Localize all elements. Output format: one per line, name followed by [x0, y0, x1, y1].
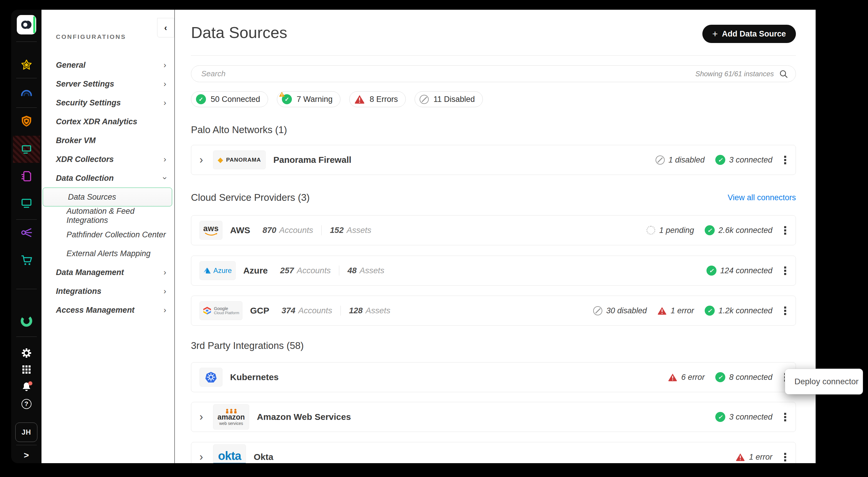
row-actions-kebab-icon[interactable]: [783, 305, 787, 316]
section-header-3rd-party-integrations: 3rd Party Integrations (58): [191, 339, 796, 352]
sidebar-item-broker-vm[interactable]: Broker VM: [41, 131, 175, 150]
connected-check-icon: [705, 306, 715, 316]
app-window: ? JH > CONFIGURATIONS ‹ General› Server …: [0, 0, 868, 477]
page-title: Data Sources: [191, 23, 287, 41]
monitor-icon[interactable]: [11, 198, 41, 208]
kubernetes-logo: [199, 368, 222, 387]
section-title: Cloud Service Providers (3): [191, 192, 310, 203]
sidebar-item-cortex-xdr-analytics[interactable]: Cortex XDR Analytics: [41, 112, 175, 131]
row-statuses: 3 connected: [715, 412, 787, 422]
data-source-row-amazon-web-services[interactable]: › amazon web services Amazon Web Service…: [191, 402, 796, 432]
broker-vm-icon[interactable]: [11, 136, 41, 163]
header-divider: [191, 55, 796, 56]
avatar[interactable]: JH: [15, 422, 37, 442]
help-icon[interactable]: ?: [11, 399, 41, 409]
kubernetes-helm-icon: [205, 371, 217, 383]
collapse-sidebar-button[interactable]: ‹: [157, 18, 174, 37]
row-statuses: 6 error 8 connected: [668, 372, 787, 383]
error-triangle-icon: [668, 373, 677, 382]
section-title: 3rd Party Integrations (58): [191, 340, 304, 351]
filter-chip-connected[interactable]: 50 Connected: [191, 91, 268, 107]
filter-label: 11 Disabled: [433, 95, 475, 104]
filter-label: 8 Errors: [370, 95, 398, 104]
sidebar-title: CONFIGURATIONS: [56, 33, 126, 40]
data-source-row-azure[interactable]: Azure Azure 257Accounts 48Assets 124 con…: [191, 256, 796, 286]
data-source-row-gcp[interactable]: Google Cloud Platform GCP 374Accounts 12…: [191, 296, 796, 326]
data-source-row-kubernetes[interactable]: Kubernetes 6 error 8 connected: [191, 362, 796, 392]
section-title: Palo Alto Networks (1): [191, 124, 287, 136]
row-actions-kebab-icon[interactable]: [783, 155, 787, 166]
chevron-right-icon: ›: [164, 155, 166, 164]
chevron-right-icon: ›: [164, 98, 166, 108]
sidebar-item-server-settings[interactable]: Server Settings›: [41, 74, 175, 93]
accounts-metric: 374Accounts: [282, 306, 332, 315]
sidebar-item-data-sources[interactable]: Data Sources: [43, 187, 172, 206]
sidebar-item-data-management[interactable]: Data Management›: [41, 263, 175, 282]
row-name: Panorama Firewall: [273, 155, 351, 165]
azure-triangle-icon: [203, 267, 211, 274]
marketplace-cart-icon[interactable]: [11, 255, 41, 266]
sidebar-item-general[interactable]: General›: [41, 56, 175, 74]
connected-check-icon: [196, 94, 206, 104]
connected-check-icon: [715, 372, 725, 382]
sidebar-item-integrations[interactable]: Integrations›: [41, 282, 175, 301]
expand-row-chevron-icon[interactable]: ›: [199, 154, 213, 166]
shield-icon[interactable]: [11, 115, 41, 127]
favorites-star-icon[interactable]: [11, 59, 41, 70]
search-input[interactable]: [191, 69, 695, 78]
assets-metric: 48Assets: [347, 266, 384, 275]
filter-chip-warning[interactable]: 7 Warning: [277, 91, 340, 107]
settings-gear-icon[interactable]: [11, 348, 41, 358]
okta-logo: okta: [213, 444, 246, 463]
data-source-row-okta[interactable]: › okta Okta 1 error: [191, 442, 796, 463]
status-connected: 8 connected: [715, 372, 772, 382]
sidebar-item-data-collection[interactable]: Data Collection›: [41, 169, 175, 187]
row-actions-kebab-icon[interactable]: [783, 225, 787, 236]
expand-row-chevron-icon[interactable]: ›: [199, 451, 213, 463]
status-connected: 3 connected: [715, 412, 772, 422]
row-actions-kebab-icon[interactable]: [783, 452, 787, 463]
sidebar-item-automation-feed-integrations[interactable]: Automation & Feed Integrations: [41, 206, 175, 225]
status-error: 6 error: [668, 373, 705, 382]
sidebar-item-security-settings[interactable]: Security Settings›: [41, 93, 175, 112]
sidebar-item-external-alerts-mapping[interactable]: External Alerts Mapping: [41, 244, 175, 263]
row-name: Azure: [243, 266, 268, 276]
filter-chip-errors[interactable]: 8 Errors: [349, 91, 406, 107]
connected-check-icon: [705, 225, 715, 235]
notifications-bell-icon[interactable]: [11, 381, 41, 392]
status-error: 1 error: [657, 306, 694, 315]
sidebar-item-pathfinder-collection-center[interactable]: Pathfinder Collection Center: [41, 225, 175, 244]
share-branch-icon[interactable]: [11, 227, 41, 238]
row-name: GCP: [250, 306, 269, 316]
view-all-connectors-link[interactable]: View all connectors: [727, 193, 796, 202]
row-actions-kebab-icon[interactable]: [783, 265, 787, 276]
data-source-row-panorama[interactable]: › ◆ PANORAMA Panorama Firewall 1 disable…: [191, 145, 796, 175]
status-error: 1 error: [736, 453, 772, 462]
deploy-connector-menu-item[interactable]: Deploy connector: [785, 369, 863, 394]
row-actions-kebab-icon[interactable]: [783, 412, 787, 422]
error-triangle-icon: [736, 453, 745, 461]
report-doc-icon[interactable]: [11, 171, 41, 182]
page-header: Data Sources Add Data Source: [191, 10, 796, 55]
status-connected: 1.2k connected: [705, 306, 772, 316]
expand-row-chevron-icon[interactable]: ›: [199, 411, 213, 423]
error-triangle-icon: [657, 306, 667, 315]
search-icon[interactable]: [779, 69, 788, 78]
prisma-ring-icon[interactable]: [11, 314, 41, 328]
rail-divider: [16, 108, 37, 108]
expand-rail-chevron-icon[interactable]: >: [11, 450, 41, 460]
cortex-logo[interactable]: [17, 15, 36, 34]
filter-chip-disabled[interactable]: 11 Disabled: [414, 91, 483, 107]
network-arc-icon[interactable]: [11, 87, 41, 96]
apps-grid-icon[interactable]: [11, 365, 41, 374]
rail-divider: [16, 336, 37, 337]
configurations-sidebar: CONFIGURATIONS ‹ General› Server Setting…: [41, 10, 175, 463]
chevron-right-icon: ›: [164, 60, 166, 70]
row-statuses: 1 error: [736, 452, 787, 463]
add-data-source-button[interactable]: Add Data Source: [702, 25, 796, 43]
row-name: Amazon Web Services: [257, 412, 351, 422]
sidebar-item-access-management[interactable]: Access Management›: [41, 301, 175, 320]
sidebar-item-xdr-collectors[interactable]: XDR Collectors›: [41, 150, 175, 169]
data-source-row-aws[interactable]: aws AWS 870Accounts 152Assets 1 pending …: [191, 215, 796, 245]
amazon-web-services-logo: amazon web services: [213, 404, 249, 429]
